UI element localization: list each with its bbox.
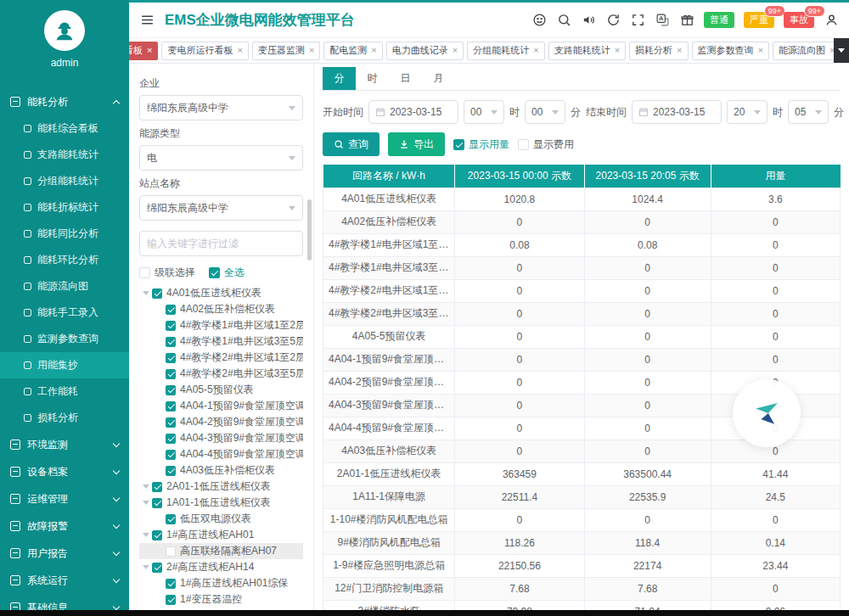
tree-node[interactable]: 4#教学楼2#电井区域3至5层动力仪表: [139, 366, 303, 382]
tree-checkbox[interactable]: [166, 434, 176, 444]
tree-checkbox[interactable]: [166, 337, 176, 347]
tree-node[interactable]: 4A04-3预留9#食堂屋顶空调机组仪表: [139, 430, 303, 446]
tree-node[interactable]: 4A04-4预留9#食堂屋顶空调机组仪表: [139, 446, 303, 462]
tree-node[interactable]: 高压联络隔离柜AH07: [139, 543, 303, 559]
tree-checkbox[interactable]: [166, 353, 176, 363]
tree-checkbox[interactable]: [152, 563, 162, 573]
sidebar-section-系统运行[interactable]: 系统运行: [0, 567, 129, 594]
tree-node[interactable]: 4A04-2预留9#食堂屋顶空调机组仪表: [139, 414, 303, 430]
close-icon[interactable]: ×: [147, 46, 152, 55]
close-icon[interactable]: ×: [371, 46, 376, 55]
sidebar-section-能耗分析[interactable]: 能耗分析: [0, 88, 129, 115]
close-icon[interactable]: ×: [677, 46, 682, 55]
sidebar-item-监测参数查询[interactable]: 监测参数查询: [0, 326, 129, 352]
tree-search-input[interactable]: [139, 231, 303, 256]
refresh-icon[interactable]: [605, 13, 621, 28]
query-button[interactable]: 查询: [323, 132, 380, 156]
sidebar-item-支路能耗统计[interactable]: 支路能耗统计: [0, 142, 129, 168]
tab-损耗分析[interactable]: 损耗分析×: [629, 42, 688, 60]
gift-icon[interactable]: [679, 13, 694, 28]
tree-node[interactable]: 4A03低压补偿柜仪表: [139, 462, 303, 479]
tree-node[interactable]: 1#高压进线柜AH01综保: [139, 575, 303, 591]
badge-accident[interactable]: 事故99+: [784, 12, 814, 28]
period-tab-月[interactable]: 月: [422, 67, 455, 90]
tree-checkbox[interactable]: [166, 514, 176, 524]
energy-type-select[interactable]: 电: [139, 145, 303, 171]
sidebar-section-环境监测[interactable]: 环境监测: [0, 431, 129, 458]
tab-变压器监测[interactable]: 变压器监测×: [252, 42, 320, 60]
start-date-input[interactable]: 2023-03-15: [368, 100, 458, 124]
sidebar-section-设备档案[interactable]: 设备档案: [0, 458, 129, 485]
sidebar-item-用能集抄[interactable]: 用能集抄: [0, 352, 129, 378]
tree-checkbox[interactable]: [152, 482, 162, 492]
tree-checkbox[interactable]: [166, 369, 176, 379]
avatar[interactable]: [44, 10, 85, 51]
fullscreen-icon[interactable]: [630, 13, 645, 28]
tree-node[interactable]: 2A01-1低压进线柜仪表: [139, 479, 303, 495]
tree-node[interactable]: 4A01低压进线柜仪表: [139, 285, 303, 301]
sidebar-item-工作能耗[interactable]: 工作能耗: [0, 378, 129, 405]
sidebar-section-用户报告[interactable]: 用户报告: [0, 540, 129, 567]
start-hour-select[interactable]: 00: [464, 100, 504, 124]
show-cost-checkbox[interactable]: 显示费用: [518, 137, 574, 152]
tree-node[interactable]: 1#高压进线柜AH01: [139, 527, 303, 543]
cascade-checkbox[interactable]: 级联选择: [139, 266, 195, 280]
volume-icon[interactable]: [581, 13, 596, 28]
start-minute-select[interactable]: 00: [525, 100, 565, 124]
search-icon[interactable]: [556, 13, 571, 28]
tree-checkbox[interactable]: [166, 385, 176, 395]
close-icon[interactable]: ×: [615, 46, 620, 55]
end-minute-select[interactable]: 05: [788, 100, 829, 124]
tree-checkbox[interactable]: [166, 321, 176, 331]
tab-menu-button[interactable]: [834, 38, 849, 63]
period-tab-时[interactable]: 时: [356, 67, 389, 90]
tree-checkbox[interactable]: [166, 595, 176, 605]
tree-node[interactable]: 1#变压器温控: [139, 591, 303, 608]
tree-node[interactable]: 2#高压进线柜AH14: [139, 559, 303, 575]
translate-icon[interactable]: [655, 13, 670, 28]
tree-node[interactable]: 4#教学楼1#电井区域1至2层动力仪表: [139, 317, 303, 333]
tree-checkbox[interactable]: [152, 498, 162, 508]
sidebar-item-损耗分析[interactable]: 损耗分析: [0, 405, 129, 431]
period-tab-分[interactable]: 分: [323, 67, 356, 90]
sidebar-item-分组能耗统计[interactable]: 分组能耗统计: [0, 168, 129, 194]
sidebar-item-能源流向图[interactable]: 能源流向图: [0, 273, 129, 300]
tab-电力曲线记录[interactable]: 电力曲线记录×: [386, 42, 464, 60]
sidebar-item-能耗同比分析[interactable]: 能耗同比分析: [0, 221, 129, 247]
tree-node[interactable]: 低压双电源仪表: [139, 511, 303, 527]
enterprise-select[interactable]: 绵阳东辰高级中学: [139, 95, 303, 120]
tree-checkbox[interactable]: [166, 401, 176, 412]
badge-serious[interactable]: 严重99+: [744, 12, 774, 28]
end-hour-select[interactable]: 20: [727, 100, 767, 124]
tree-checkbox[interactable]: [166, 466, 176, 476]
tree-node[interactable]: 1A01-1低压进线柜仪表: [139, 495, 303, 511]
close-icon[interactable]: ×: [453, 46, 458, 55]
tab-配电监测[interactable]: 配电监测×: [323, 42, 382, 60]
sidebar-section-故障报警[interactable]: 故障报警: [0, 512, 129, 540]
tree-node[interactable]: 4A05-5预留仪表: [139, 382, 303, 398]
close-icon[interactable]: ×: [758, 46, 763, 55]
sidebar-item-能耗手工录入[interactable]: 能耗手工录入: [0, 300, 129, 326]
tab-能源流向图[interactable]: 能源流向图×: [773, 42, 841, 60]
tab-支路能耗统计[interactable]: 支路能耗统计×: [548, 42, 626, 60]
close-icon[interactable]: ×: [533, 46, 538, 55]
tree-node[interactable]: 4A04-1预留9#食堂屋顶空调机组仪表: [139, 398, 303, 414]
tab-分组能耗统计[interactable]: 分组能耗统计×: [467, 42, 544, 60]
tree-checkbox[interactable]: [166, 305, 176, 315]
tree-node[interactable]: 4#教学楼2#电井区域1至2层动力仪表: [139, 350, 303, 366]
close-icon[interactable]: ×: [309, 46, 314, 55]
tree-checkbox[interactable]: [152, 530, 162, 540]
period-tab-日[interactable]: 日: [389, 67, 422, 90]
sidebar-item-能耗综合看板[interactable]: 能耗综合看板: [0, 115, 129, 142]
tree-checkbox[interactable]: [166, 417, 176, 428]
tab-合看板[interactable]: 合看板×: [129, 42, 158, 60]
export-button[interactable]: 导出: [388, 132, 445, 156]
show-usage-checkbox[interactable]: 显示用量: [453, 137, 509, 152]
user-icon[interactable]: [824, 13, 839, 28]
tree-checkbox[interactable]: [166, 579, 176, 589]
tree-scrollbar[interactable]: [307, 199, 312, 260]
hamburger-icon[interactable]: [139, 13, 155, 28]
tree-checkbox[interactable]: [166, 450, 176, 460]
sidebar-item-能耗折标统计[interactable]: 能耗折标统计: [0, 194, 129, 221]
badge-normal[interactable]: 普通: [704, 12, 734, 28]
